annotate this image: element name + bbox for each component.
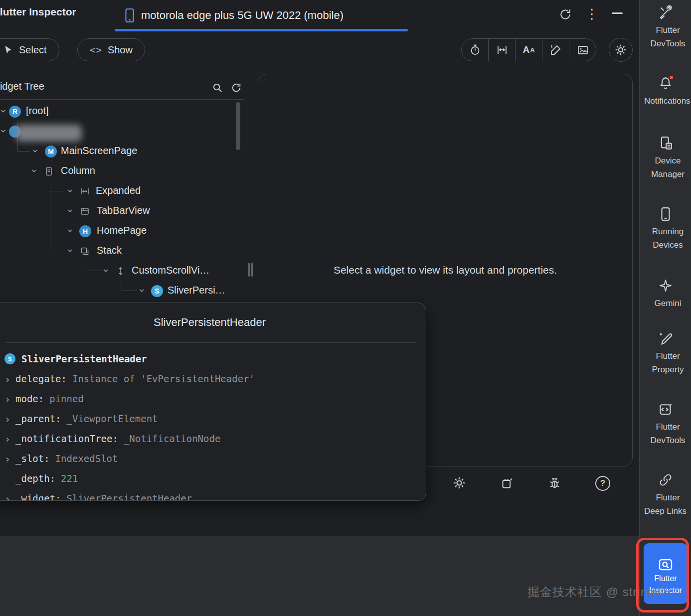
bug-icon[interactable]: [545, 473, 564, 492]
property-row-parent[interactable]: › _parent:_ViewportElement: [0, 409, 426, 429]
stack-widget-icon: [80, 246, 90, 256]
sidebar-item-running-devices[interactable]: RunningDevices: [640, 206, 691, 252]
help-icon[interactable]: ?: [593, 474, 612, 493]
chevron-down-icon[interactable]: ›: [28, 147, 42, 155]
sidebar-label: Flutter: [644, 349, 691, 363]
widget-letter-badge: M: [45, 146, 57, 157]
tree-row-sliverpersistentheader[interactable]: › S SliverPersi…: [0, 281, 234, 301]
popup-widget-header-row[interactable]: S SliverPersistentHeader: [0, 349, 426, 369]
tree-scrollbar[interactable]: [236, 102, 240, 150]
property-value: _NotificationNode: [124, 433, 220, 444]
show-button[interactable]: <> Show: [77, 38, 145, 61]
device-tab[interactable]: motorola edge plus 5G UW 2022 (mobile): [125, 4, 344, 27]
inspector-button-label: Flutter: [644, 573, 688, 585]
text-size-icon[interactable]: AA: [515, 39, 542, 61]
property-value: 221: [61, 473, 78, 484]
tree-row-tabbarview[interactable]: › TabBarView: [0, 201, 234, 221]
draw-highlight-icon[interactable]: [542, 39, 569, 61]
tree-node-label: Column: [61, 165, 95, 176]
bell-icon: [640, 76, 691, 91]
property-row-mode[interactable]: › mode:pinned: [0, 389, 426, 409]
cursor-select-icon: [3, 45, 13, 55]
chevron-right-icon[interactable]: ›: [4, 389, 10, 409]
chevron-down-icon[interactable]: ›: [63, 206, 77, 215]
tabbarview-widget-icon: [80, 206, 90, 216]
kebab-menu-icon[interactable]: ⋮: [585, 5, 598, 22]
sidebar-label: Deep Links: [644, 504, 691, 518]
measure-icon[interactable]: [488, 39, 515, 61]
notification-badge-dot: [669, 75, 674, 80]
chevron-right-icon[interactable]: ›: [4, 429, 10, 449]
sidebar-item-flutter-deep-links[interactable]: FlutterDeep Links: [640, 472, 691, 518]
sidebar-label: Flutter: [644, 420, 691, 434]
widget-letter-badge: H: [79, 225, 91, 237]
sidebar-label: Manager: [644, 167, 691, 181]
sidebar-item-flutter-devtools[interactable]: FlutterDevTools: [640, 5, 691, 50]
select-widget-button[interactable]: Select: [0, 38, 59, 61]
devtools-badge-icon: [640, 402, 691, 417]
sidebar-label: Flutter: [644, 491, 691, 504]
property-row-notificationtree[interactable]: › _notificationTree:_NotificationNode: [0, 429, 426, 449]
window-title: Flutter Inspector: [0, 6, 76, 18]
property-key: mode:: [15, 393, 44, 404]
tree-row-customscrollview[interactable]: › CustomScrollVi…: [0, 261, 234, 281]
property-value: IndexedSlot: [55, 453, 118, 464]
sync-icon[interactable]: [557, 6, 573, 22]
search-icon[interactable]: [209, 80, 225, 96]
tree-row-column[interactable]: › Column: [0, 161, 234, 181]
tree-row-mainscreenpage[interactable]: › M MainScreenPage: [0, 142, 234, 161]
tree-row-homepage[interactable]: › H HomePage: [0, 221, 234, 241]
sidebar-item-notifications[interactable]: Notifications: [640, 76, 691, 108]
property-row-depth[interactable]: _depth:221: [0, 468, 426, 488]
sidebar-label: Notifications: [644, 94, 691, 108]
chevron-down-icon[interactable]: ›: [63, 186, 77, 195]
gear-icon[interactable]: [609, 38, 633, 62]
tree-node-label: Stack: [97, 245, 122, 256]
sidebar-item-flutter-devtools-2[interactable]: FlutterDevTools: [640, 402, 691, 447]
bottom-panel-background: [0, 536, 691, 616]
watermark-text: 掘金技术社区 @ stringwu: [527, 584, 671, 600]
running-devices-icon: [640, 206, 691, 221]
sidebar-label: Gemini: [644, 297, 691, 310]
property-row-delegate[interactable]: › delegate:Instance of 'EvPersistentHead…: [0, 369, 426, 389]
chevron-right-icon[interactable]: ›: [4, 409, 10, 429]
sidebar-item-flutter-property[interactable]: FlutterProperty: [640, 331, 691, 376]
property-row-widget-clipped[interactable]: › _widget:SliverPersistentHeader: [0, 488, 426, 501]
sidebar-item-device-manager[interactable]: DeviceManager: [640, 136, 691, 181]
property-row-slot[interactable]: › _slot:IndexedSlot: [0, 449, 426, 468]
tree-row-expanded[interactable]: › Expanded: [0, 181, 234, 201]
tree-row-root[interactable]: › R [root]: [0, 102, 234, 122]
settings-gear-icon[interactable]: [450, 473, 469, 492]
scrollview-widget-icon: [116, 266, 126, 276]
chevron-right-icon[interactable]: ›: [4, 369, 10, 389]
tree-row-stack[interactable]: › Stack: [0, 241, 234, 261]
chevron-down-icon[interactable]: ›: [99, 266, 113, 275]
tree-row-redacted[interactable]: ›: [0, 122, 234, 142]
chevron-right-icon[interactable]: ›: [4, 489, 10, 501]
image-icon[interactable]: [569, 39, 596, 61]
chevron-down-icon[interactable]: ›: [27, 166, 41, 175]
minimize-icon[interactable]: [610, 8, 624, 18]
chevron-down-icon[interactable]: ›: [63, 246, 77, 255]
tree-node-label: HomePage: [97, 225, 147, 236]
tree-node-label: CustomScrollVi…: [132, 265, 209, 276]
extensions-icon[interactable]: [498, 473, 517, 492]
refresh-icon[interactable]: [228, 80, 244, 96]
property-value: _ViewportElement: [67, 413, 158, 424]
tree-node-label: TabBarView: [97, 205, 150, 216]
chevron-right-icon[interactable]: ›: [4, 449, 10, 469]
chevron-down-icon[interactable]: ›: [135, 286, 149, 295]
chevron-down-icon[interactable]: ›: [63, 226, 77, 235]
divider: [0, 99, 244, 100]
sidebar-label: Running: [644, 225, 691, 238]
active-tab-underline: [115, 29, 408, 31]
property-value: Instance of 'EvPersistentHeader': [72, 373, 255, 384]
device-tab-label: motorola edge plus 5G UW 2022 (mobile): [141, 9, 344, 22]
widget-tree-title: Widget Tree: [0, 81, 44, 92]
stopwatch-icon[interactable]: [462, 39, 488, 61]
panel-splitter-handle[interactable]: [248, 263, 253, 277]
tree-node-label: [root]: [26, 105, 49, 117]
sidebar-item-gemini[interactable]: Gemini: [640, 278, 691, 310]
widget-letter-badge: S: [4, 353, 15, 364]
sidebar-label: DevTools: [644, 37, 691, 50]
